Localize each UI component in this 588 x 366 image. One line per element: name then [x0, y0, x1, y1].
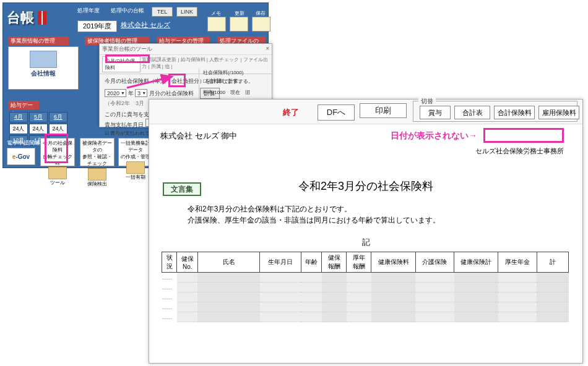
- app-header: 台帳 処理年度 処理中の台帳 2019年度 株式会社 セルズ TEL LINK …: [3, 3, 268, 33]
- switch-legend: 切替: [418, 97, 436, 106]
- print-button[interactable]: 印刷: [360, 103, 407, 118]
- tel-button[interactable]: TEL: [152, 7, 173, 17]
- col-koseifee: 厚生年金: [498, 252, 537, 273]
- memo-label: メモ: [211, 10, 221, 17]
- year-selector[interactable]: 2019年度: [77, 20, 117, 32]
- col-kaigo: 介護保険: [415, 252, 454, 273]
- update-icon-button[interactable]: [230, 17, 248, 32]
- date-field-highlight: [483, 128, 564, 143]
- pdf-button[interactable]: DFへ: [318, 104, 355, 121]
- table-row: ......: [162, 283, 569, 292]
- saved-icon-button[interactable]: [252, 17, 270, 32]
- col-dob: 生年月日: [260, 252, 301, 273]
- data-table: 状 況 健保 No. 氏名 生年月日 年齢 健保 報酬 厚年 報酬 健康保険料 …: [162, 252, 569, 322]
- section-paydata: 給与データ: [8, 101, 39, 109]
- report-body: 株式会社 セルズ 御中 日付が表示されない→ セルズ社会保険労務士事務所 文言集…: [149, 124, 582, 322]
- col-name: 氏名: [197, 252, 259, 273]
- tool-icon: [88, 168, 106, 181]
- company-card-label: 会社情報: [9, 69, 78, 78]
- update-label: 更新: [235, 10, 244, 17]
- highlight-dialog-tab: [105, 54, 150, 63]
- end-button[interactable]: 終了: [267, 104, 315, 121]
- highlight-calc: [168, 74, 186, 87]
- tool-insured-check[interactable]: 被保険者データの 参照・確認・チェック 保険検出: [80, 138, 115, 166]
- switch-bonus[interactable]: 賞与: [420, 106, 451, 119]
- ki-mark: 記: [160, 237, 571, 248]
- company-link[interactable]: 株式会社 セルズ: [121, 20, 170, 30]
- col-age: 年齢: [301, 252, 321, 273]
- dialog-title: 事業所台帳のツール: [102, 45, 152, 53]
- switch-total[interactable]: 合計表: [454, 106, 490, 119]
- tool-icon: [48, 167, 67, 179]
- col-kenpo: 健保 報酬: [322, 252, 347, 273]
- report-title: 令和2年3月分の社会保険料: [160, 179, 571, 194]
- report-desc: 令和2年3月分の社会保険料は下記のとおりです。 介護保険、厚生年金の該当・非該当…: [188, 203, 571, 226]
- company-icon: [30, 51, 57, 68]
- company-card[interactable]: 会社情報: [8, 46, 79, 90]
- col-no: 健保 No.: [177, 252, 197, 273]
- table-row: ......: [162, 312, 569, 322]
- year-select[interactable]: 2020: [105, 89, 126, 97]
- no-date-annotation: 日付が表示されない→: [391, 130, 477, 142]
- egov-button[interactable]: e-Gov: [7, 148, 35, 165]
- table-row: ......: [162, 292, 569, 302]
- report-toolbar: 終了 DFへ 印刷 切替 賞与 合計表 合計保険料 雇用保険料: [149, 100, 582, 124]
- col-kenpofee: 健康保険料: [371, 252, 415, 273]
- header-info: 処理年度 処理中の台帳: [77, 7, 144, 15]
- link-button[interactable]: LINK: [176, 7, 197, 17]
- col-total: 計: [537, 252, 568, 273]
- switch-group: 切替 賞与 合計表 合計保険料 雇用保険料: [413, 101, 577, 122]
- col-status: 状 況: [162, 252, 177, 273]
- report-window: 終了 DFへ 印刷 切替 賞与 合計表 合計保険料 雇用保険料 株式会社 セルズ…: [149, 99, 583, 364]
- table-row: ......: [162, 302, 569, 312]
- memo-icon-button[interactable]: [207, 17, 226, 32]
- phrase-button[interactable]: 文言集: [163, 182, 201, 196]
- section-company: 事業所情報の管理: [8, 36, 69, 45]
- tool-icon: [126, 161, 145, 174]
- sender-name: セルズ社会保険労務士事務所: [475, 147, 564, 156]
- highlight-tool: [45, 134, 68, 163]
- switch-koyo[interactable]: 雇用保険料: [538, 106, 579, 119]
- col-kosei: 厚年 報酬: [347, 252, 371, 273]
- switch-totalins[interactable]: 合計保険料: [494, 106, 535, 119]
- section-egov: 電子申請関連: [7, 139, 40, 147]
- app-logo-text: 台帳: [7, 9, 34, 27]
- col-kenpokei: 健康保険計: [454, 252, 498, 273]
- month-select[interactable]: 3: [135, 89, 147, 97]
- table-row: ......: [162, 273, 569, 283]
- book-icon: [38, 11, 46, 25]
- tool-batch[interactable]: 一括業務集計データ の作成・管理 一括有期: [118, 138, 153, 166]
- close-icon[interactable]: ×: [266, 45, 269, 53]
